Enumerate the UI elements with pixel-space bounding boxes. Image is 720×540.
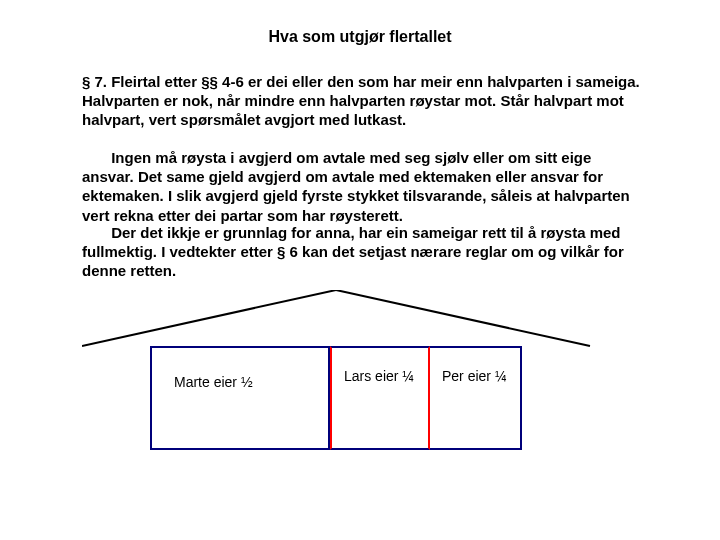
share-label-lars: Lars eier ¼ xyxy=(344,368,424,385)
share-box-lars xyxy=(330,346,430,450)
share-box-per xyxy=(430,346,522,450)
roof-left-line xyxy=(82,290,336,346)
page: Hva som utgjør flertallet § 7. Fleirtal … xyxy=(0,0,720,540)
paragraph-3: Der det ikkje er grunnlag for anna, har … xyxy=(82,223,642,281)
paragraph-2: Ingen må røysta i avgjerd om avtale med … xyxy=(82,148,642,225)
share-label-per: Per eier ¼ xyxy=(442,368,512,385)
share-box-marte xyxy=(150,346,330,450)
house-diagram: Marte eier ½ Lars eier ¼ Per eier ¼ xyxy=(82,290,642,490)
page-title: Hva som utgjør flertallet xyxy=(0,28,720,46)
paragraph-1: § 7. Fleirtal etter §§ 4-6 er dei eller … xyxy=(82,72,642,130)
share-label-marte: Marte eier ½ xyxy=(174,374,314,391)
roof-right-line xyxy=(336,290,590,346)
